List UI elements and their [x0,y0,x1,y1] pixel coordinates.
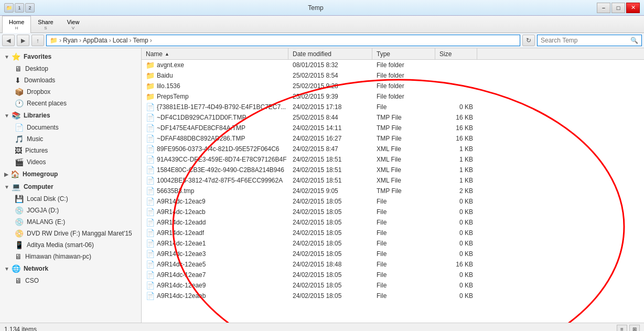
file-size-cell: 1 KB [435,166,477,174]
search-box[interactable]: 🔍 [537,35,642,46]
sidebar-item-dropbox-label: Dropbox [27,88,50,95]
sidebar-item-recent[interactable]: 🕐 Recent places [0,98,141,109]
table-row[interactable]: 📄 A9R14dc-12eadd 24/02/2015 18:05 File 0… [142,217,644,228]
sidebar-item-aditya[interactable]: 📱 Aditya Media (smart-06) [0,239,141,251]
col-header-size[interactable]: Size [435,48,477,59]
quick-access-1[interactable]: 1 [15,3,24,13]
maximize-button[interactable]: □ [611,3,625,13]
table-row[interactable]: 📄 ~DFAF488DBC892AD286.TMP 24/02/2015 16:… [142,133,644,144]
address-path[interactable]: 📁 › Ryan › AppData › Local › Temp › [46,35,520,46]
sidebar-item-documents[interactable]: 📄 Documents [0,122,141,133]
table-row[interactable]: 📄 A9R14dc-12eae3 24/02/2015 18:05 File 0… [142,249,644,259]
col-type-label: Type [377,50,390,58]
file-size-cell: 16 KB [435,114,477,121]
sidebar-item-cso[interactable]: 🖥 CSO [0,275,141,286]
desktop-icon: 🖥 [15,65,22,73]
table-row[interactable]: 📁 lilo.1536 25/02/2015 9:28 File folder [142,81,644,91]
table-row[interactable]: 📄 A9R14dc-12eacb 24/02/2015 18:05 File 0… [142,207,644,217]
minimize-button[interactable]: − [597,3,610,13]
table-row[interactable]: 📁 PrepsTemp 25/02/2015 9:39 File folder [142,91,644,102]
path-segment-local: Local [113,37,128,44]
table-row[interactable]: 📄 A9R14dc-12eaeb 24/02/2015 18:05 File 0… [142,291,644,301]
forward-button[interactable]: ▶ [17,35,29,46]
sidebar-item-localdisk[interactable]: 💾 Local Disk (C:) [0,193,141,205]
file-type-cell: File [372,292,435,300]
table-row[interactable]: 📄 A9R14dc-12eac9 24/02/2015 18:05 File 0… [142,196,644,207]
table-row[interactable]: 📄 56635B3.tmp 24/02/2015 9:05 TMP File 2… [142,186,644,196]
tab-home-label: Home [9,19,24,25]
sidebar-section-computer[interactable]: ▼ 💻 Computer [0,180,141,193]
sidebar-item-malang[interactable]: 💿 MALANG (E:) [0,216,141,228]
table-row[interactable]: 📄 {73881E1B-1E77-4D49-B792-E4F1BC7EC7...… [142,102,644,112]
file-size-cell: 2 KB [435,187,477,195]
file-modified-cell: 24/02/2015 18:05 [288,271,372,279]
table-row[interactable]: 📄 ~DF4C1DB929CA71DD0F.TMP 25/02/2015 8:4… [142,112,644,123]
sidebar-item-dropbox[interactable]: 📦 Dropbox [0,86,141,98]
folder-icon: 📁 [146,61,155,69]
col-modified-label: Date modified [293,50,331,58]
icon-view-button[interactable]: ⊞ [629,325,640,332]
chevron-down-icon: ▼ [4,54,9,60]
table-row[interactable]: 📄 A9R14dc-12eae9 24/02/2015 18:05 File 0… [142,280,644,291]
file-name: A9R14dc-12eadd [157,219,206,226]
file-name-cell: 📄 ~DF1475E4AFDE8CF84A.TMP [142,124,288,132]
file-name: ~DFAF488DBC892AD286.TMP [157,135,245,142]
table-row[interactable]: 📄 A9R14dc-12eae1 24/02/2015 18:05 File 0… [142,238,644,249]
sidebar-item-jogja[interactable]: 💿 JOGJA (D:) [0,205,141,216]
table-row[interactable]: 📄 ~DF1475E4AFDE8CF84A.TMP 24/02/2015 14:… [142,123,644,133]
file-name-cell: 📄 A9R14dc-12eae5 [142,260,288,269]
quick-access-2[interactable]: 2 [25,3,35,13]
table-row[interactable]: 📄 A9R14dc-12eadf 24/02/2015 18:05 File 0… [142,228,644,238]
file-name: 1584E80C-CB3E-492c-9490-C2B8A214B946 [157,166,284,174]
table-row[interactable]: 📄 A9R14dc-12eae7 24/02/2015 18:05 File 0… [142,270,644,280]
sidebar-section-homegroup[interactable]: ▶ 🏠 Homegroup [0,168,141,180]
table-row[interactable]: 📄 1584E80C-CB3E-492c-9490-C2B8A214B946 2… [142,165,644,175]
sidebar-section-network[interactable]: ▼ 🌐 Network [0,262,141,275]
window-title: Temp [35,4,597,12]
file-size-cell: 0 KB [435,271,477,279]
sidebar-item-desktop[interactable]: 🖥 Desktop [0,63,141,74]
file-name-cell: 📄 A9R14dc-12eae9 [142,281,288,290]
close-button[interactable]: ✕ [626,3,640,13]
refresh-button[interactable]: ↻ [522,35,535,46]
file-type-cell: TMP File [372,135,435,142]
tab-view[interactable]: View V [60,16,87,33]
sidebar-section-favorites[interactable]: ▼ ⭐ Favorites [0,50,141,63]
table-row[interactable]: 📄 91A439CC-DFE3-459E-8D74-E78C97126B4F 2… [142,154,644,165]
sidebar-item-downloads[interactable]: ⬇ Downloads [0,74,141,86]
file-size-cell: 0 KB [435,292,477,300]
table-row[interactable]: 📄 89FE9506-0373-4f4c-821D-95E572F064C6 2… [142,144,644,154]
detail-view-button[interactable]: ≡ [617,325,627,332]
col-header-name[interactable]: Name ▲ [142,48,288,59]
table-row[interactable]: 📁 Baidu 25/02/2015 8:54 File folder [142,70,644,81]
address-bar-row: ◀ ▶ ↑ 📁 › Ryan › AppData › Local › Temp … [0,33,644,48]
search-input[interactable] [541,37,628,44]
sidebar-item-music[interactable]: 🎵 Music [0,133,141,145]
column-headers: Name ▲ Date modified Type Size [142,48,644,60]
table-row[interactable]: 📄 10042BE5-3812-47d2-87F5-4F6ECC99962A 2… [142,175,644,186]
homegroup-icon: 🏠 [10,170,19,178]
file-icon: 📄 [146,281,155,290]
file-modified-cell: 24/02/2015 18:05 [288,219,372,226]
sidebar-item-dvd[interactable]: 📀 DVD RW Drive (F:) Manggal Maret'15 [0,228,141,239]
tab-home[interactable]: Home H [2,16,31,33]
title-bar-left: 📁 1 2 [4,3,35,13]
col-header-type[interactable]: Type [372,48,435,59]
up-button[interactable]: ↑ [31,35,44,46]
file-name: A9R14dc-12eae7 [157,271,206,279]
sidebar-item-pictures[interactable]: 🖼 Pictures [0,145,141,156]
col-name-label: Name [146,50,163,58]
tab-share[interactable]: Share S [31,16,60,33]
file-modified-cell: 25/02/2015 8:54 [288,72,372,79]
file-name: ~DF4C1DB929CA71DD0F.TMP [157,114,246,121]
col-header-modified[interactable]: Date modified [288,48,372,59]
malang-icon: 💿 [15,218,24,226]
table-row[interactable]: 📁 avgnt.exe 08/01/2015 8:32 File folder [142,60,644,70]
sidebar-item-himawan[interactable]: 🖥 Himawan (himawan-pc) [0,251,141,262]
back-button[interactable]: ◀ [2,35,15,46]
col-size-label: Size [439,50,452,58]
sidebar-item-videos[interactable]: 🎬 Videos [0,156,141,168]
sidebar-item-downloads-label: Downloads [24,77,55,84]
sidebar-section-libraries[interactable]: ▼ 📚 Libraries [0,109,141,122]
table-row[interactable]: 📄 A9R14dc-12eae5 24/02/2015 18:48 File 1… [142,259,644,270]
